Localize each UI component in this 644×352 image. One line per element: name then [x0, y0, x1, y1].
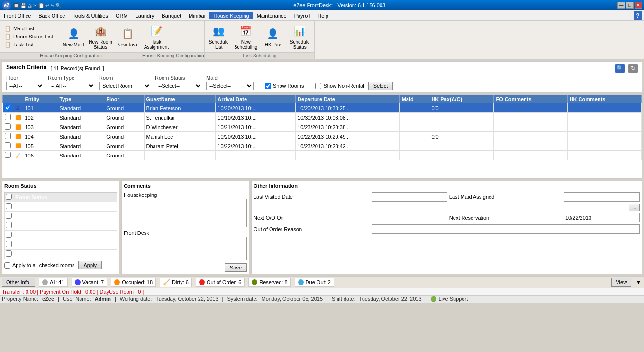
next-reservation-input[interactable] [564, 213, 640, 222]
refresh-button[interactable]: ↻ [628, 64, 638, 73]
out-of-order-input[interactable] [372, 224, 640, 234]
search-button[interactable]: 🔍 [615, 64, 625, 73]
status-out-of-order[interactable]: Out of Order: 6 [196, 278, 245, 287]
next-oo-input[interactable] [372, 213, 447, 222]
room-status-select[interactable]: --Select-- Vacant Occupied Dirty Out of … [155, 82, 202, 90]
rs-checkbox-3[interactable] [6, 222, 12, 228]
room-select[interactable]: Select Room 101 102 103 [99, 82, 151, 90]
other-info-button[interactable]: Other Info. [2, 278, 35, 287]
new-room-status-button[interactable]: 🏨 New Room Status [87, 22, 114, 51]
toolbar-icons: 🔲 💾 🖨 ✂ 📋 ↩ ↪ 🔍 [13, 3, 61, 8]
menu-grm[interactable]: GRM [112, 12, 132, 19]
menu-help[interactable]: Help [314, 12, 332, 19]
menu-minibar[interactable]: Minibar [185, 12, 209, 19]
new-room-status-icon: 🏨 [93, 23, 108, 38]
floor-select[interactable]: --All-- Ground First [6, 82, 44, 90]
row-checkbox[interactable] [5, 104, 11, 111]
schedule-status-button[interactable]: 📊 Schedule Status [287, 22, 313, 51]
menu-laundry[interactable]: Laundry [132, 12, 158, 19]
minimize-button[interactable]: — [617, 2, 625, 9]
transfer-text: Transfer : 0.00 [2, 289, 36, 295]
row-type: Standard [57, 103, 104, 113]
menu-back-office[interactable]: Back Office [35, 12, 69, 19]
table-row[interactable]: 🟧 104 Standard Ground Manish Lee 10/20/2… [3, 132, 642, 141]
row-departure: 10/30/2013 10:08:08... [296, 113, 400, 122]
save-button[interactable]: Save [225, 263, 247, 272]
room-type-select[interactable]: -- All -- Standard Deluxe [48, 82, 95, 90]
room-table: Entity Type Floor GuestName Arrival Date… [2, 95, 642, 160]
vacant-dot [75, 279, 81, 285]
show-non-rental-checkbox[interactable] [315, 83, 321, 89]
menu-payroll[interactable]: Payroll [290, 12, 314, 19]
status-reserved[interactable]: Reserved: 8 [248, 278, 290, 287]
apply-all-checkbox[interactable] [4, 262, 10, 269]
row-checkbox[interactable] [5, 142, 11, 148]
row-checkbox[interactable] [5, 133, 11, 139]
maid-select[interactable]: --Select-- [206, 82, 254, 90]
new-maid-button[interactable]: 👤 New Maid [60, 22, 87, 51]
status-vacant[interactable]: Vacant: 7 [72, 278, 108, 287]
rs-checkbox-1[interactable] [6, 203, 12, 209]
toolbar-room-status-list[interactable]: 📋 Room Status List [2, 33, 59, 41]
toolbar-task-list[interactable]: 📋 Task List [2, 41, 59, 49]
table-row[interactable]: 🟧 102 Standard Ground S. Tendulkar 10/10… [3, 113, 642, 122]
task-assignment-button[interactable]: 📝 Task Assignment [143, 22, 170, 51]
menu-front-office[interactable]: Front Office [0, 12, 35, 19]
view-dropdown[interactable]: ▼ [635, 278, 642, 286]
status-occupied[interactable]: Occupied: 18 [111, 278, 156, 287]
search-criteria-title: Search Criteria [6, 64, 46, 71]
live-support-link[interactable]: 🟢 Live Support [430, 296, 468, 302]
row-checkbox[interactable] [5, 123, 11, 130]
new-task-button[interactable]: 📋 New Task [114, 22, 141, 51]
housekeeping-textarea[interactable] [124, 199, 247, 227]
hk-pax-button[interactable]: 👤 HK Pax [260, 22, 286, 51]
dots-button[interactable]: ... [629, 204, 640, 211]
refresh-icon: ↻ [631, 65, 635, 72]
apply-all-label: Apply to all checked rooms [4, 262, 74, 269]
rs-checkbox-5[interactable] [6, 241, 12, 247]
schedule-list-button[interactable]: 👥 Schedule List [206, 22, 232, 51]
show-rooms-checkbox[interactable] [265, 83, 271, 89]
table-row[interactable]: 🧹 106 Standard Ground [3, 151, 642, 160]
status-bar: Other Info. All: 41 Vacant: 7 Occupied: … [0, 276, 644, 288]
last-maid-label: Last Maid Assigned [449, 194, 562, 200]
new-maid-label: New Maid [63, 42, 84, 47]
row-floor: Ground [104, 151, 144, 160]
close-button[interactable]: ✕ [635, 2, 642, 9]
help-icon[interactable]: ? [634, 11, 642, 20]
property-name-label: Property Name: [2, 296, 38, 302]
table-row[interactable]: 🟧 105 Standard Ground Dharam Patel 10/22… [3, 141, 642, 151]
view-button[interactable]: View [611, 278, 631, 287]
row-guest-name: Brian Peterson [144, 103, 216, 113]
rs-checkbox-4[interactable] [6, 232, 12, 238]
row-icon-cell: 🧹 [13, 151, 23, 160]
separator-3: | [142, 289, 144, 295]
table-row[interactable]: ☑ 101 Standard Ground Brian Peterson 10/… [3, 103, 642, 113]
rs-checkbox-2[interactable] [6, 213, 12, 219]
sep1: | [58, 296, 59, 302]
last-visited-input[interactable] [372, 192, 447, 202]
footer-bar: Transfer : 0.00 | Payment On Hold : 0.00… [0, 288, 644, 295]
select-button[interactable]: Select [368, 82, 393, 90]
room-status-all-checkbox[interactable] [6, 194, 12, 200]
status-all[interactable]: All: 41 [39, 278, 68, 287]
shift-date-label: Shift date: [332, 296, 355, 302]
table-row[interactable]: 🟧 103 Standard Ground D Winchester 10/21… [3, 122, 642, 132]
last-maid-input[interactable] [564, 192, 640, 202]
status-due-out[interactable]: Due Out: 2 [295, 278, 334, 287]
toolbar-maid-list[interactable]: 📋 Maid List [2, 25, 59, 33]
row-icon-cell: 🟧 [13, 122, 23, 132]
front-desk-textarea[interactable] [124, 237, 247, 260]
menu-maintenance[interactable]: Maintenance [253, 12, 290, 19]
menu-housekeeping[interactable]: House Keeping [209, 12, 253, 19]
status-dirty[interactable]: 🧹 Dirty: 6 [160, 278, 192, 287]
window-controls[interactable]: — □ ✕ [617, 2, 642, 9]
menu-banquet[interactable]: Banquet [158, 12, 185, 19]
row-checkbox[interactable] [5, 152, 11, 158]
row-checkbox[interactable] [5, 114, 11, 120]
rs-checkbox-6[interactable] [6, 250, 12, 257]
maximize-button[interactable]: □ [626, 2, 634, 9]
new-scheduling-button[interactable]: 📅 New Scheduling [233, 22, 259, 51]
apply-button[interactable]: Apply [78, 261, 102, 269]
menu-tools[interactable]: Tools & Utilities [69, 12, 112, 19]
